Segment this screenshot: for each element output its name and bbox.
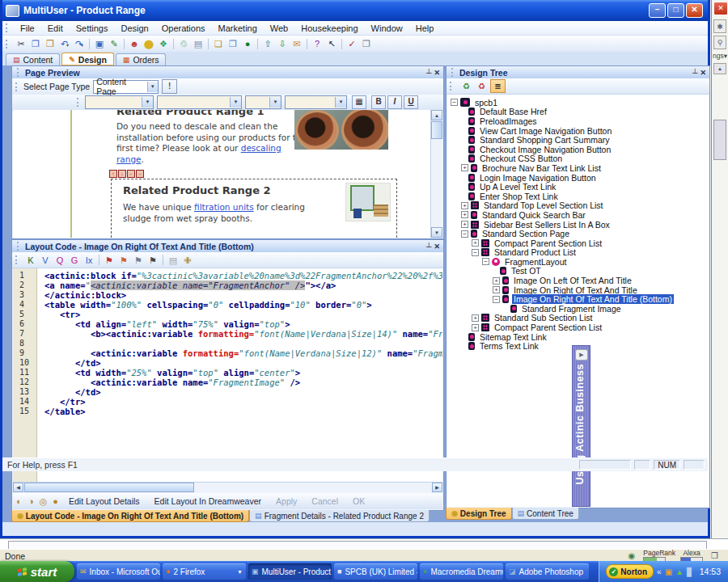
design-tree-body[interactable]: −spcb1Default Base HrefPreloadImagesView…: [447, 95, 709, 507]
tree-item-label[interactable]: FragmentLayout: [503, 257, 568, 267]
tree-row[interactable]: −Standard Product List: [447, 248, 709, 258]
tree-row[interactable]: +Image On Right Of Text And Title: [447, 285, 709, 295]
scroll-right-icon[interactable]: ▶: [432, 483, 442, 492]
tree-expander[interactable]: −: [472, 249, 479, 256]
refresh-preview-icon[interactable]: ♻: [459, 80, 473, 92]
preview-icon[interactable]: ❏: [211, 37, 226, 50]
tree-row[interactable]: Checkout CSS Button: [447, 154, 709, 164]
tree-row[interactable]: +Brochure Nav Bar Text Link List: [447, 163, 709, 173]
page-type-combo[interactable]: Content Page▼: [93, 80, 159, 94]
pin-icon[interactable]: ┴: [426, 69, 431, 77]
tree-item-label[interactable]: Compact Parent Section List: [493, 238, 603, 248]
code-line[interactable]: </table>: [44, 407, 442, 416]
refresh-all-icon[interactable]: ♻: [475, 80, 489, 92]
customer-accounts-icon[interactable]: ☻: [127, 37, 142, 50]
tree-item-label[interactable]: Test OT: [510, 266, 543, 276]
fragment-move-icon[interactable]: ↑: [109, 170, 117, 178]
minimize-button[interactable]: –: [649, 3, 666, 18]
code-lines[interactable]: <actinic:block if="%3cactinic%3avariable…: [38, 268, 442, 483]
scroll-left-icon[interactable]: ◀: [13, 483, 23, 492]
tree-expander[interactable]: −: [482, 258, 489, 265]
tree-item-label[interactable]: Standard Top Level Section List: [482, 200, 605, 210]
bookmark-next-icon[interactable]: ⚑: [116, 254, 131, 267]
tree-item-label[interactable]: Terms Text Link: [478, 341, 540, 351]
fragment-move-icon[interactable]: ↓: [118, 170, 126, 178]
sidebar-gear-icon[interactable]: ✱: [713, 19, 726, 33]
download-icon[interactable]: ⇩: [275, 37, 290, 50]
window-layout-icon[interactable]: ❐: [359, 37, 374, 50]
vpn-icon[interactable]: ▲: [675, 567, 684, 576]
sidebar-scroll-thumb[interactable]: [713, 120, 726, 160]
variable-v-icon[interactable]: V: [38, 254, 53, 267]
tree-row[interactable]: Sitemap Text Link: [447, 332, 709, 342]
tree-item-label[interactable]: Enter Shop Text Link: [478, 192, 560, 201]
tree-expander[interactable]: −: [451, 99, 458, 106]
task-2-firefox[interactable]: ●2 Firefox▼: [163, 563, 246, 580]
tree-item-label[interactable]: Standard Fragment Image: [520, 304, 623, 314]
code-line[interactable]: <a name="<actinic:variable name="Fragmen…: [44, 280, 442, 290]
scroll-thumb[interactable]: [24, 483, 194, 492]
code-tools-icon[interactable]: ✙: [180, 254, 195, 267]
close-icon[interactable]: ✕: [434, 242, 440, 251]
tree-item-label[interactable]: Default Base Href: [478, 107, 548, 116]
tree-item-label[interactable]: Sidebar Best Sellers List In A Box: [482, 220, 612, 230]
menu-window[interactable]: Window: [365, 23, 409, 34]
tab-design-tree[interactable]: ◉Design Tree: [446, 508, 512, 520]
code-line[interactable]: <td align="left" width="75%" valign="top…: [44, 319, 442, 329]
code-hscrollbar[interactable]: ◀ ▶: [13, 482, 442, 493]
tree-row[interactable]: Standard Fragment Image: [447, 304, 709, 314]
print-code-icon[interactable]: ▤: [166, 254, 180, 267]
tree-row[interactable]: Login Image Navigation Button: [447, 173, 709, 183]
menu-housekeeping[interactable]: Housekeeping: [294, 23, 364, 34]
design-tree-header[interactable]: Design Tree ┴ ✕: [447, 66, 709, 78]
tree-expander[interactable]: +: [461, 202, 468, 209]
upload-icon[interactable]: ⇧: [260, 37, 275, 50]
tree-item-label[interactable]: Up A Level Text Link: [478, 182, 557, 192]
close-icon[interactable]: ✕: [700, 69, 706, 77]
task-inbox-microsoft-out-[interactable]: ✉Inbox - Microsoft Out...: [77, 563, 160, 580]
scroll-thumb[interactable]: [431, 121, 442, 139]
scroll-down-icon[interactable]: ▼: [431, 227, 442, 238]
tree-item-label[interactable]: Brochure Nav Bar Text Link List: [480, 163, 603, 173]
start-button[interactable]: start: [0, 561, 74, 582]
fragment-move-icon[interactable]: ←: [127, 170, 135, 178]
insert-text-icon[interactable]: Ix: [82, 254, 96, 267]
tree-row[interactable]: +Sidebar Best Sellers List In A Box: [447, 220, 709, 230]
goto-parent-icon[interactable]: ◎: [37, 496, 49, 507]
design-properties-icon[interactable]: ▣: [92, 37, 107, 50]
tab-fragment-details-related-product-range-2[interactable]: ▤Fragment Details - Related Product Rang…: [249, 510, 430, 522]
menu-edit[interactable]: Edit: [41, 23, 70, 34]
tree-expander[interactable]: −: [461, 230, 468, 238]
tree-expander[interactable]: +: [472, 324, 479, 331]
tree-item-label[interactable]: Login Image Navigation Button: [478, 173, 598, 183]
maximize-button[interactable]: □: [667, 3, 684, 18]
sidebar-search-icon[interactable]: ⚲: [713, 36, 726, 49]
copy-icon[interactable]: ❐: [28, 37, 43, 50]
tree-item-label[interactable]: Checkout CSS Button: [478, 154, 564, 163]
task-multiuser-product-r-[interactable]: ▣MultiUser - Product R...: [248, 563, 332, 580]
goto-previous-icon[interactable]: ◐: [13, 496, 25, 507]
code-line[interactable]: <td width="25%" valign="top" align="cent…: [44, 368, 442, 377]
tree-row[interactable]: PreloadImages: [447, 116, 709, 126]
code-line[interactable]: <actinic:block if="%3cactinic%3avariable…: [44, 271, 442, 280]
tree-view-toggle[interactable]: ≣: [490, 79, 506, 93]
variable-q-icon[interactable]: Q: [53, 254, 67, 267]
task-adobe-photoshop[interactable]: ◪Adobe Photoshop: [506, 563, 589, 580]
tree-item-label[interactable]: Image On Left Of Text And Title: [512, 276, 633, 285]
fragment-move-buttons[interactable]: ↑↓←→: [109, 170, 144, 178]
tree-item-label[interactable]: Compact Parent Section List: [493, 323, 603, 332]
tree-item-label[interactable]: View Cart Image Navigation Button: [478, 126, 613, 136]
tree-item-label[interactable]: Standard Sub Section List: [493, 313, 594, 323]
tree-row[interactable]: +Standard Sub Section List: [447, 314, 709, 323]
tree-expander[interactable]: +: [493, 277, 500, 285]
tab-layout-code-image-on-right-of-text-and-title-bottom-[interactable]: ◉Layout Code - Image On Right Of Text An…: [11, 510, 249, 522]
tree-item-label[interactable]: Standard Quick Search Bar: [480, 210, 587, 220]
tree-row[interactable]: +Image On Left Of Text And Title: [447, 276, 709, 285]
tree-row[interactable]: +Compact Parent Section List: [447, 238, 709, 248]
ok-button[interactable]: OK: [353, 496, 365, 506]
menu-design[interactable]: Design: [114, 23, 154, 34]
tree-row[interactable]: Checkout Image Navigation Button: [447, 145, 709, 154]
tree-expander[interactable]: −: [493, 296, 500, 303]
tree-row[interactable]: +Standard Quick Search Bar: [447, 210, 709, 220]
pin-icon[interactable]: ┴: [426, 242, 431, 251]
